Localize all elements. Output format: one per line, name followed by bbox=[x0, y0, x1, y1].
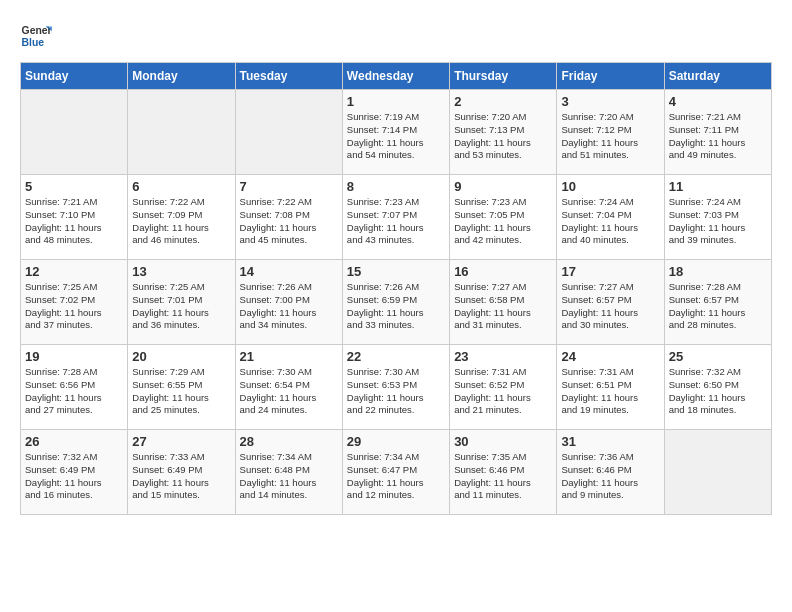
day-number: 21 bbox=[240, 349, 338, 364]
col-header-monday: Monday bbox=[128, 63, 235, 90]
calendar-cell bbox=[664, 430, 771, 515]
cell-info: Sunrise: 7:31 AM Sunset: 6:51 PM Dayligh… bbox=[561, 366, 659, 417]
week-row-3: 12Sunrise: 7:25 AM Sunset: 7:02 PM Dayli… bbox=[21, 260, 772, 345]
day-number: 7 bbox=[240, 179, 338, 194]
calendar-cell: 5Sunrise: 7:21 AM Sunset: 7:10 PM Daylig… bbox=[21, 175, 128, 260]
col-header-tuesday: Tuesday bbox=[235, 63, 342, 90]
day-number: 12 bbox=[25, 264, 123, 279]
cell-info: Sunrise: 7:36 AM Sunset: 6:46 PM Dayligh… bbox=[561, 451, 659, 502]
calendar-cell: 19Sunrise: 7:28 AM Sunset: 6:56 PM Dayli… bbox=[21, 345, 128, 430]
cell-info: Sunrise: 7:24 AM Sunset: 7:04 PM Dayligh… bbox=[561, 196, 659, 247]
calendar-cell: 31Sunrise: 7:36 AM Sunset: 6:46 PM Dayli… bbox=[557, 430, 664, 515]
logo-icon: General Blue bbox=[20, 20, 52, 52]
cell-info: Sunrise: 7:33 AM Sunset: 6:49 PM Dayligh… bbox=[132, 451, 230, 502]
day-number: 1 bbox=[347, 94, 445, 109]
calendar-cell: 23Sunrise: 7:31 AM Sunset: 6:52 PM Dayli… bbox=[450, 345, 557, 430]
day-number: 30 bbox=[454, 434, 552, 449]
day-number: 5 bbox=[25, 179, 123, 194]
cell-info: Sunrise: 7:32 AM Sunset: 6:50 PM Dayligh… bbox=[669, 366, 767, 417]
day-number: 25 bbox=[669, 349, 767, 364]
cell-info: Sunrise: 7:34 AM Sunset: 6:47 PM Dayligh… bbox=[347, 451, 445, 502]
cell-info: Sunrise: 7:22 AM Sunset: 7:08 PM Dayligh… bbox=[240, 196, 338, 247]
day-number: 31 bbox=[561, 434, 659, 449]
week-row-5: 26Sunrise: 7:32 AM Sunset: 6:49 PM Dayli… bbox=[21, 430, 772, 515]
cell-info: Sunrise: 7:28 AM Sunset: 6:56 PM Dayligh… bbox=[25, 366, 123, 417]
calendar-cell: 9Sunrise: 7:23 AM Sunset: 7:05 PM Daylig… bbox=[450, 175, 557, 260]
cell-info: Sunrise: 7:30 AM Sunset: 6:53 PM Dayligh… bbox=[347, 366, 445, 417]
header: General Blue bbox=[20, 20, 772, 52]
day-number: 22 bbox=[347, 349, 445, 364]
day-number: 9 bbox=[454, 179, 552, 194]
calendar-table: SundayMondayTuesdayWednesdayThursdayFrid… bbox=[20, 62, 772, 515]
cell-info: Sunrise: 7:34 AM Sunset: 6:48 PM Dayligh… bbox=[240, 451, 338, 502]
calendar-cell: 16Sunrise: 7:27 AM Sunset: 6:58 PM Dayli… bbox=[450, 260, 557, 345]
day-number: 10 bbox=[561, 179, 659, 194]
col-header-thursday: Thursday bbox=[450, 63, 557, 90]
day-number: 29 bbox=[347, 434, 445, 449]
calendar-cell: 27Sunrise: 7:33 AM Sunset: 6:49 PM Dayli… bbox=[128, 430, 235, 515]
calendar-cell: 18Sunrise: 7:28 AM Sunset: 6:57 PM Dayli… bbox=[664, 260, 771, 345]
col-header-friday: Friday bbox=[557, 63, 664, 90]
calendar-cell: 4Sunrise: 7:21 AM Sunset: 7:11 PM Daylig… bbox=[664, 90, 771, 175]
week-row-4: 19Sunrise: 7:28 AM Sunset: 6:56 PM Dayli… bbox=[21, 345, 772, 430]
cell-info: Sunrise: 7:30 AM Sunset: 6:54 PM Dayligh… bbox=[240, 366, 338, 417]
calendar-cell: 1Sunrise: 7:19 AM Sunset: 7:14 PM Daylig… bbox=[342, 90, 449, 175]
calendar-cell: 11Sunrise: 7:24 AM Sunset: 7:03 PM Dayli… bbox=[664, 175, 771, 260]
cell-info: Sunrise: 7:21 AM Sunset: 7:10 PM Dayligh… bbox=[25, 196, 123, 247]
calendar-cell: 8Sunrise: 7:23 AM Sunset: 7:07 PM Daylig… bbox=[342, 175, 449, 260]
day-number: 27 bbox=[132, 434, 230, 449]
cell-info: Sunrise: 7:20 AM Sunset: 7:12 PM Dayligh… bbox=[561, 111, 659, 162]
day-number: 13 bbox=[132, 264, 230, 279]
cell-info: Sunrise: 7:23 AM Sunset: 7:05 PM Dayligh… bbox=[454, 196, 552, 247]
calendar-cell: 17Sunrise: 7:27 AM Sunset: 6:57 PM Dayli… bbox=[557, 260, 664, 345]
day-number: 11 bbox=[669, 179, 767, 194]
cell-info: Sunrise: 7:31 AM Sunset: 6:52 PM Dayligh… bbox=[454, 366, 552, 417]
cell-info: Sunrise: 7:22 AM Sunset: 7:09 PM Dayligh… bbox=[132, 196, 230, 247]
cell-info: Sunrise: 7:32 AM Sunset: 6:49 PM Dayligh… bbox=[25, 451, 123, 502]
cell-info: Sunrise: 7:28 AM Sunset: 6:57 PM Dayligh… bbox=[669, 281, 767, 332]
svg-text:Blue: Blue bbox=[22, 37, 45, 48]
day-number: 3 bbox=[561, 94, 659, 109]
day-number: 6 bbox=[132, 179, 230, 194]
cell-info: Sunrise: 7:29 AM Sunset: 6:55 PM Dayligh… bbox=[132, 366, 230, 417]
calendar-cell: 10Sunrise: 7:24 AM Sunset: 7:04 PM Dayli… bbox=[557, 175, 664, 260]
cell-info: Sunrise: 7:26 AM Sunset: 6:59 PM Dayligh… bbox=[347, 281, 445, 332]
calendar-cell: 22Sunrise: 7:30 AM Sunset: 6:53 PM Dayli… bbox=[342, 345, 449, 430]
calendar-cell bbox=[21, 90, 128, 175]
cell-info: Sunrise: 7:27 AM Sunset: 6:58 PM Dayligh… bbox=[454, 281, 552, 332]
calendar-cell: 29Sunrise: 7:34 AM Sunset: 6:47 PM Dayli… bbox=[342, 430, 449, 515]
cell-info: Sunrise: 7:25 AM Sunset: 7:02 PM Dayligh… bbox=[25, 281, 123, 332]
cell-info: Sunrise: 7:26 AM Sunset: 7:00 PM Dayligh… bbox=[240, 281, 338, 332]
week-row-2: 5Sunrise: 7:21 AM Sunset: 7:10 PM Daylig… bbox=[21, 175, 772, 260]
calendar-cell: 14Sunrise: 7:26 AM Sunset: 7:00 PM Dayli… bbox=[235, 260, 342, 345]
day-number: 24 bbox=[561, 349, 659, 364]
calendar-cell bbox=[235, 90, 342, 175]
calendar-cell bbox=[128, 90, 235, 175]
calendar-cell: 28Sunrise: 7:34 AM Sunset: 6:48 PM Dayli… bbox=[235, 430, 342, 515]
col-header-sunday: Sunday bbox=[21, 63, 128, 90]
day-number: 20 bbox=[132, 349, 230, 364]
day-number: 2 bbox=[454, 94, 552, 109]
calendar-cell: 20Sunrise: 7:29 AM Sunset: 6:55 PM Dayli… bbox=[128, 345, 235, 430]
cell-info: Sunrise: 7:20 AM Sunset: 7:13 PM Dayligh… bbox=[454, 111, 552, 162]
cell-info: Sunrise: 7:24 AM Sunset: 7:03 PM Dayligh… bbox=[669, 196, 767, 247]
col-header-saturday: Saturday bbox=[664, 63, 771, 90]
calendar-cell: 12Sunrise: 7:25 AM Sunset: 7:02 PM Dayli… bbox=[21, 260, 128, 345]
day-number: 8 bbox=[347, 179, 445, 194]
calendar-cell: 25Sunrise: 7:32 AM Sunset: 6:50 PM Dayli… bbox=[664, 345, 771, 430]
cell-info: Sunrise: 7:19 AM Sunset: 7:14 PM Dayligh… bbox=[347, 111, 445, 162]
calendar-cell: 21Sunrise: 7:30 AM Sunset: 6:54 PM Dayli… bbox=[235, 345, 342, 430]
col-header-wednesday: Wednesday bbox=[342, 63, 449, 90]
cell-info: Sunrise: 7:23 AM Sunset: 7:07 PM Dayligh… bbox=[347, 196, 445, 247]
day-number: 23 bbox=[454, 349, 552, 364]
calendar-cell: 13Sunrise: 7:25 AM Sunset: 7:01 PM Dayli… bbox=[128, 260, 235, 345]
cell-info: Sunrise: 7:21 AM Sunset: 7:11 PM Dayligh… bbox=[669, 111, 767, 162]
calendar-cell: 26Sunrise: 7:32 AM Sunset: 6:49 PM Dayli… bbox=[21, 430, 128, 515]
cell-info: Sunrise: 7:35 AM Sunset: 6:46 PM Dayligh… bbox=[454, 451, 552, 502]
day-number: 4 bbox=[669, 94, 767, 109]
cell-info: Sunrise: 7:27 AM Sunset: 6:57 PM Dayligh… bbox=[561, 281, 659, 332]
calendar-cell: 2Sunrise: 7:20 AM Sunset: 7:13 PM Daylig… bbox=[450, 90, 557, 175]
calendar-cell: 15Sunrise: 7:26 AM Sunset: 6:59 PM Dayli… bbox=[342, 260, 449, 345]
cell-info: Sunrise: 7:25 AM Sunset: 7:01 PM Dayligh… bbox=[132, 281, 230, 332]
day-number: 16 bbox=[454, 264, 552, 279]
